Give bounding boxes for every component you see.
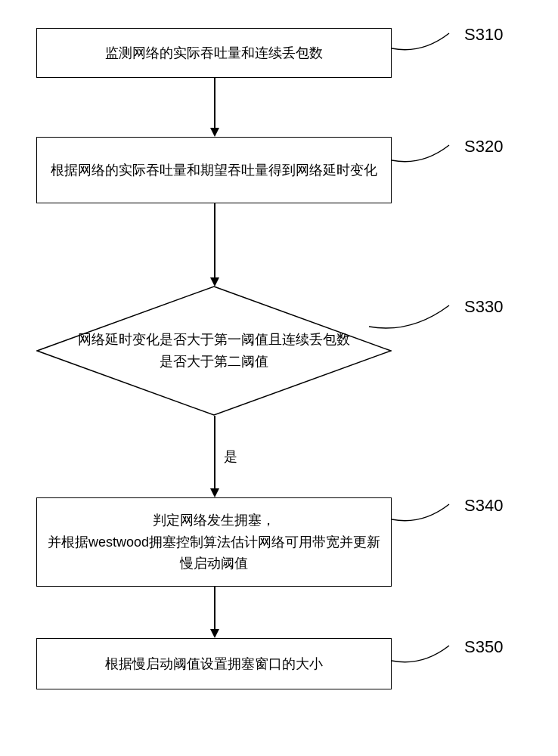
step-s320-label: S320 <box>464 137 503 156</box>
step-s310-text: 监测网络的实际吞吐量和连续丢包数 <box>105 42 323 64</box>
connector-s320 <box>392 144 452 166</box>
connector-s350 <box>392 644 452 667</box>
step-s310-box: 监测网络的实际吞吐量和连续丢包数 <box>36 28 392 78</box>
step-s340-box: 判定网络发生拥塞， 并根据westwood拥塞控制算法估计网络可用带宽并更新慢启… <box>36 497 392 587</box>
step-s330-label: S330 <box>464 297 503 317</box>
branch-yes-label: 是 <box>224 448 237 466</box>
step-s350-text: 根据慢启动阈值设置拥塞窗口的大小 <box>105 653 323 675</box>
step-s340-text: 判定网络发生拥塞， 并根据westwood拥塞控制算法估计网络可用带宽并更新慢启… <box>46 510 382 575</box>
flowchart-container: 监测网络的实际吞吐量和连续丢包数 S310 根据网络的实际吞吐量和期望吞吐量得到… <box>0 0 558 756</box>
connector-s310 <box>392 32 452 54</box>
step-s330-diamond: 网络延时变化是否大于第一阈值且连续丢包数是否大于第二阈值 <box>36 286 392 416</box>
step-s350-box: 根据慢启动阈值设置拥塞窗口的大小 <box>36 638 392 689</box>
connector-s330 <box>369 304 452 334</box>
step-s330-text: 网络延时变化是否大于第一阈值且连续丢包数是否大于第二阈值 <box>78 329 350 373</box>
step-s320-text: 根据网络的实际吞吐量和期望吞吐量得到网络延时变化 <box>51 160 377 181</box>
step-s340-label: S340 <box>464 496 503 516</box>
step-s310-label: S310 <box>464 25 503 45</box>
step-s320-box: 根据网络的实际吞吐量和期望吞吐量得到网络延时变化 <box>36 137 392 203</box>
connector-s340 <box>392 503 452 525</box>
step-s350-label: S350 <box>464 637 503 657</box>
